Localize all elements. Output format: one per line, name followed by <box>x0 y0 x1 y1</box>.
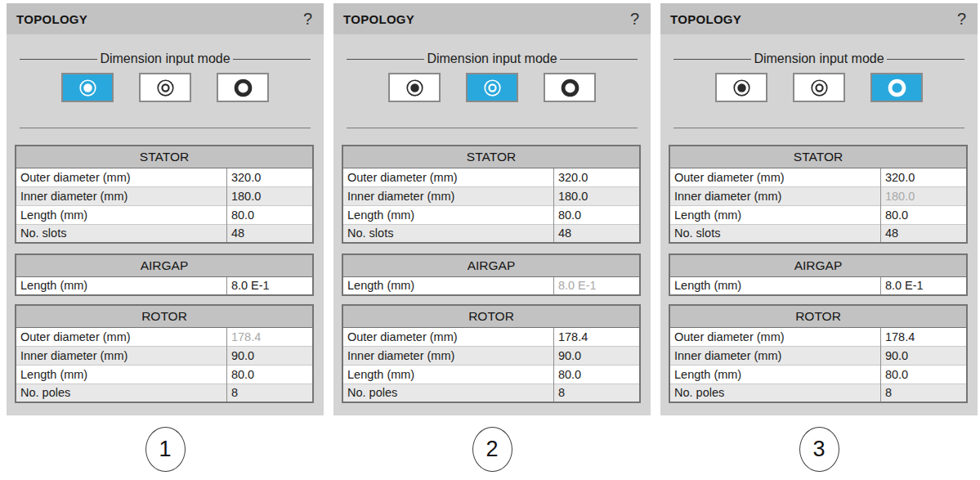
table-row: Length (mm) 8.0 E-1 <box>16 276 313 295</box>
row-label: No. poles <box>669 384 880 402</box>
table-row: Inner diameter (mm) 180.0 <box>342 186 640 205</box>
topology-panel-3: TOPOLOGY ? Dimension input mode <box>660 3 978 415</box>
panel-title: TOPOLOGY <box>16 12 87 26</box>
caption-row: 1 <box>7 427 324 472</box>
panel-column-2: TOPOLOGY ? Dimension input mode <box>333 3 651 480</box>
help-question-icon[interactable]: ? <box>957 11 966 27</box>
rotor-poles-input[interactable]: 8 <box>226 384 313 402</box>
table-row: Outer diameter (mm) 320.0 <box>16 168 313 186</box>
rotor-inner-diameter-input[interactable]: 90.0 <box>880 346 967 365</box>
stator-length-input[interactable]: 80.0 <box>226 205 313 224</box>
rotor-outer-diameter-computed: 178.4 <box>226 327 313 346</box>
table-row: Inner diameter (mm) 180.0 <box>16 186 313 205</box>
stator-table: STATOR Outer diameter (mm) 320.0 Inner d… <box>15 145 314 244</box>
stator-slots-input[interactable]: 48 <box>880 224 967 243</box>
airgap-table: AIRGAP Length (mm) 8.0 E-1 <box>342 253 641 296</box>
table-row: Inner diameter (mm) 90.0 <box>669 346 967 365</box>
caption-row: 2 <box>333 427 651 472</box>
row-label: Length (mm) <box>342 365 553 384</box>
dimension-input-mode-legend: Dimension input mode <box>347 51 638 67</box>
row-label: Inner diameter (mm) <box>342 346 553 365</box>
row-label: Length (mm) <box>669 365 880 384</box>
rotor-table-header: ROTOR <box>342 305 640 327</box>
panel-header: TOPOLOGY ? <box>660 3 978 34</box>
table-row: Length (mm) 80.0 <box>669 205 967 224</box>
stator-outer-diameter-input[interactable]: 320.0 <box>226 168 313 186</box>
help-question-icon[interactable]: ? <box>630 11 639 27</box>
radio-inner-ring-icon <box>808 77 830 99</box>
legend-line-left <box>347 59 424 60</box>
rotor-outer-diameter-input[interactable]: 178.4 <box>880 327 967 346</box>
dimension-mode-2-button[interactable] <box>793 73 845 102</box>
rotor-inner-diameter-input[interactable]: 90.0 <box>226 346 313 365</box>
rotor-poles-input[interactable]: 8 <box>553 384 640 402</box>
stator-outer-diameter-input[interactable]: 320.0 <box>553 168 640 186</box>
dimension-mode-2-button[interactable] <box>466 73 518 102</box>
legend-line-right <box>560 59 638 60</box>
airgap-length-computed: 8.0 E-1 <box>553 276 640 295</box>
dimension-input-mode-legend: Dimension input mode <box>20 51 311 67</box>
stator-slots-input[interactable]: 48 <box>226 224 313 243</box>
stator-slots-input[interactable]: 48 <box>553 224 640 243</box>
rotor-table: ROTOR Outer diameter (mm) 178.4 Inner di… <box>15 304 314 403</box>
dimension-mode-3-button[interactable] <box>544 73 596 102</box>
legend-line-left <box>673 59 751 60</box>
stator-inner-diameter-input[interactable]: 180.0 <box>553 186 640 205</box>
radio-inner-ring-icon <box>154 77 177 99</box>
airgap-table: AIRGAP Length (mm) 8.0 E-1 <box>669 253 968 296</box>
rotor-length-input[interactable]: 80.0 <box>880 365 967 384</box>
stator-length-input[interactable]: 80.0 <box>553 205 640 224</box>
legend-line-right <box>233 59 311 60</box>
radio-filled-center-icon <box>731 77 753 99</box>
row-label: Inner diameter (mm) <box>669 346 880 365</box>
dimension-mode-1-button[interactable] <box>388 73 441 102</box>
rotor-outer-diameter-input[interactable]: 178.4 <box>553 327 640 346</box>
table-row: No. poles 8 <box>342 384 640 402</box>
stator-length-input[interactable]: 80.0 <box>880 205 967 224</box>
row-label: Outer diameter (mm) <box>669 327 880 346</box>
rotor-inner-diameter-input[interactable]: 90.0 <box>553 346 640 365</box>
row-label: Length (mm) <box>342 205 553 224</box>
row-label: No. slots <box>16 224 226 243</box>
separator-line <box>673 128 964 128</box>
airgap-table-header: AIRGAP <box>16 254 313 276</box>
row-label: Outer diameter (mm) <box>16 168 226 186</box>
rotor-table-header: ROTOR <box>16 305 313 327</box>
dimension-mode-2-button[interactable] <box>139 73 191 102</box>
dimension-mode-3-button[interactable] <box>217 73 269 102</box>
stator-table-header: STATOR <box>342 146 640 168</box>
row-label: Outer diameter (mm) <box>16 327 226 346</box>
table-row: No. slots 48 <box>16 224 313 243</box>
row-label: No. poles <box>16 384 226 402</box>
stator-inner-diameter-input[interactable]: 180.0 <box>226 186 313 205</box>
panel-title: TOPOLOGY <box>670 12 741 26</box>
row-label: Outer diameter (mm) <box>669 168 880 186</box>
dimension-mode-1-button[interactable] <box>61 73 114 102</box>
panel-column-3: TOPOLOGY ? Dimension input mode <box>660 3 978 480</box>
airgap-table-header: AIRGAP <box>342 254 640 276</box>
dimension-mode-buttons <box>660 73 978 102</box>
row-label: Length (mm) <box>16 205 226 224</box>
row-label: Outer diameter (mm) <box>342 327 553 346</box>
help-question-icon[interactable]: ? <box>303 11 312 27</box>
airgap-length-input[interactable]: 8.0 E-1 <box>226 276 313 295</box>
rotor-poles-input[interactable]: 8 <box>880 384 967 402</box>
dimension-mode-buttons <box>333 73 651 102</box>
panel-column-1: TOPOLOGY ? Dimension input mode <box>7 3 324 480</box>
row-label: No. poles <box>342 384 553 402</box>
stator-table-header: STATOR <box>16 146 313 168</box>
dimension-mode-3-button[interactable] <box>870 73 923 102</box>
table-row: Length (mm) 80.0 <box>342 205 640 224</box>
caption-row: 3 <box>660 427 978 472</box>
rotor-length-input[interactable]: 80.0 <box>226 365 313 384</box>
stator-outer-diameter-input[interactable]: 320.0 <box>880 168 967 186</box>
dimension-input-mode-label: Dimension input mode <box>424 52 559 66</box>
airgap-table-header: AIRGAP <box>669 254 967 276</box>
table-row: Length (mm) 80.0 <box>16 205 313 224</box>
rotor-length-input[interactable]: 80.0 <box>553 365 640 384</box>
table-row: Length (mm) 80.0 <box>16 365 313 384</box>
dimension-mode-1-button[interactable] <box>715 73 767 102</box>
stator-table-header: STATOR <box>669 146 967 168</box>
airgap-length-input[interactable]: 8.0 E-1 <box>880 276 967 295</box>
table-row: Length (mm) 8.0 E-1 <box>342 276 640 295</box>
